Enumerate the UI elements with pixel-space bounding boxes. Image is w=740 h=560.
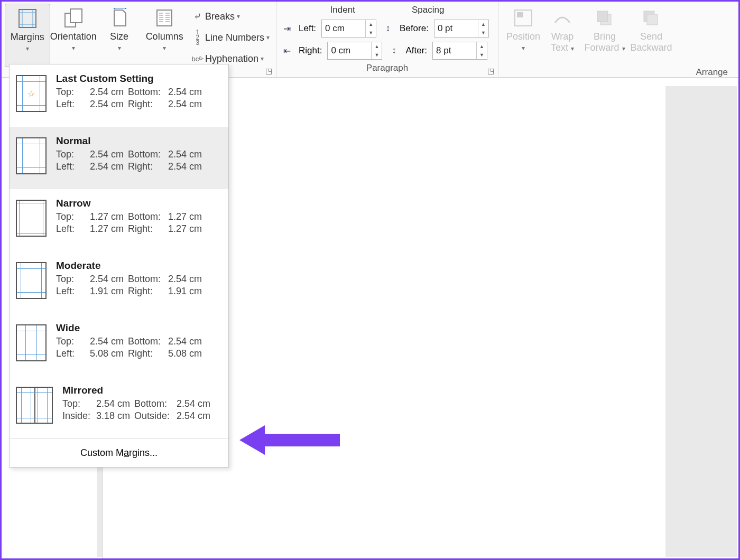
value-bottom: 2.54 cm	[168, 274, 206, 285]
size-icon	[109, 8, 130, 28]
star-icon: ☆	[27, 89, 35, 99]
spacing-after-label: After:	[405, 45, 427, 56]
spinner-up[interactable]: ▲	[477, 42, 487, 51]
label-right: Right:	[128, 223, 168, 235]
send-backward-label-2: Backward	[630, 42, 672, 53]
page-setup-dialog-launcher[interactable]: ◳	[265, 67, 274, 75]
hyphenation-icon: bca-	[190, 55, 205, 63]
indent-right-input[interactable]: 0 cm ▲▼	[327, 42, 382, 60]
label-bottom: Bottom:	[134, 398, 177, 409]
paragraph-group: Indent Spacing ⇥ Left: 0 cm ▲▼ ↕ Before:…	[276, 2, 498, 77]
margins-button[interactable]: Margins ▾	[5, 4, 50, 67]
svg-rect-24	[597, 11, 608, 22]
line-numbers-icon: 123	[190, 30, 205, 45]
spinner-down[interactable]: ▼	[372, 51, 382, 59]
custom-margins-label-key: a	[124, 447, 129, 458]
bring-forward-button: Bring Forward ▾	[581, 4, 628, 67]
wrap-text-icon	[552, 8, 573, 28]
label-top: Top:	[56, 211, 90, 222]
margins-thumb-icon	[16, 137, 47, 174]
svg-rect-6	[70, 9, 82, 23]
margins-option-moderate[interactable]: Moderate Top: 2.54 cm Bottom: 2.54 cm Le…	[10, 251, 228, 314]
margins-icon	[17, 8, 38, 29]
margins-option-normal[interactable]: Normal Top: 2.54 cm Bottom: 2.54 cm Left…	[10, 127, 228, 189]
size-label: Size	[110, 31, 128, 42]
value-right: 2.54 cm	[168, 161, 206, 172]
value-bottom: 2.54 cm	[168, 336, 206, 347]
spacing-before-value: 0 pt	[434, 23, 478, 34]
label-right: Right:	[128, 286, 168, 297]
indent-left-input[interactable]: 0 cm ▲▼	[321, 20, 376, 38]
custom-margins-button[interactable]: Custom Margins...	[10, 438, 228, 467]
spinner-down[interactable]: ▼	[477, 51, 487, 59]
position-label: Position	[506, 31, 540, 42]
indent-right-value: 0 cm	[328, 45, 371, 56]
paragraph-dialog-launcher[interactable]: ◳	[487, 67, 496, 75]
label-top: Top:	[56, 87, 90, 98]
send-backward-button: Send Backward	[628, 4, 674, 67]
value-top: 2.54 cm	[90, 336, 128, 347]
chevron-down-icon: ▾	[72, 44, 75, 52]
spacing-after-input[interactable]: 8 pt ▲▼	[432, 42, 487, 60]
size-button[interactable]: Size ▾	[97, 4, 142, 67]
wrap-text-label-2: Text	[551, 42, 568, 53]
spacing-before-input[interactable]: 0 pt ▲▼	[434, 20, 489, 38]
spacing-after-value: 8 pt	[433, 45, 476, 56]
value-right: 1.91 cm	[168, 286, 206, 297]
line-numbers-label: Line Numbers	[205, 32, 264, 43]
svg-marker-27	[239, 425, 340, 455]
spinner-down[interactable]: ▼	[478, 29, 488, 37]
svg-rect-22	[517, 12, 523, 17]
svg-rect-0	[19, 10, 36, 27]
label-top: Top:	[56, 274, 90, 285]
value-top: 1.27 cm	[90, 211, 128, 222]
spacing-before-label: Before:	[400, 23, 429, 34]
arrange-caption: Arrange	[498, 67, 738, 79]
paragraph-caption: Paragraph	[276, 63, 498, 74]
bring-forward-icon	[594, 8, 615, 28]
position-button: Position ▾	[503, 4, 544, 67]
margins-thumb-icon	[16, 387, 53, 424]
chevron-down-icon: ▾	[26, 45, 29, 52]
chevron-down-icon: ▾	[163, 44, 166, 52]
margins-option-title: Narrow	[56, 198, 222, 209]
custom-margins-label-prefix: Custom M	[80, 447, 124, 458]
margins-option-last-custom[interactable]: ☆ Last Custom Setting Top: 2.54 cm Botto…	[10, 64, 228, 127]
label-top: Top:	[56, 149, 90, 160]
indent-header: Indent	[330, 5, 355, 15]
send-backward-label-1: Send	[640, 31, 662, 42]
value-left: 2.54 cm	[90, 161, 128, 172]
value-top: 2.54 cm	[90, 149, 128, 160]
breaks-label: Breaks	[205, 11, 235, 22]
label-left: Left:	[56, 161, 90, 172]
margins-option-narrow[interactable]: Narrow Top: 1.27 cm Bottom: 1.27 cm Left…	[10, 189, 228, 251]
arrange-group: Position ▾ Wrap Text ▾ Bring Forward ▾	[498, 2, 738, 77]
label-top: Top:	[56, 336, 90, 347]
spinner-up[interactable]: ▲	[366, 20, 376, 29]
annotation-arrow-icon	[239, 419, 345, 461]
label-inside: Inside:	[62, 410, 96, 422]
columns-button[interactable]: Columns ▾	[142, 4, 187, 67]
spacing-header: Spacing	[412, 5, 444, 15]
breaks-button[interactable]: ⤶ Breaks ▾	[190, 6, 270, 27]
spinner-down[interactable]: ▼	[366, 29, 376, 37]
indent-right-icon: ⇤	[281, 45, 293, 57]
value-right: 2.54 cm	[168, 99, 206, 110]
line-numbers-button[interactable]: 123 Line Numbers ▾	[190, 27, 270, 48]
label-right: Right:	[128, 161, 168, 172]
indent-left-value: 0 cm	[322, 23, 365, 34]
value-top: 2.54 cm	[90, 87, 128, 98]
spinner-up[interactable]: ▲	[372, 42, 382, 51]
columns-label: Columns	[146, 31, 183, 42]
margins-option-wide[interactable]: Wide Top: 2.54 cm Bottom: 2.54 cm Left: …	[10, 314, 228, 376]
value-left: 1.27 cm	[90, 223, 128, 235]
orientation-button[interactable]: Orientation ▾	[50, 4, 97, 67]
chevron-down-icon: ▾	[237, 13, 240, 20]
margins-option-title: Normal	[56, 135, 222, 147]
spinner-up[interactable]: ▲	[478, 20, 488, 29]
margins-option-mirrored[interactable]: Mirrored Top: 2.54 cm Bottom: 2.54 cm In…	[10, 376, 228, 438]
value-right: 5.08 cm	[168, 348, 206, 359]
label-right: Right:	[128, 99, 168, 110]
send-backward-icon	[641, 8, 662, 28]
label-left: Left:	[56, 348, 90, 359]
